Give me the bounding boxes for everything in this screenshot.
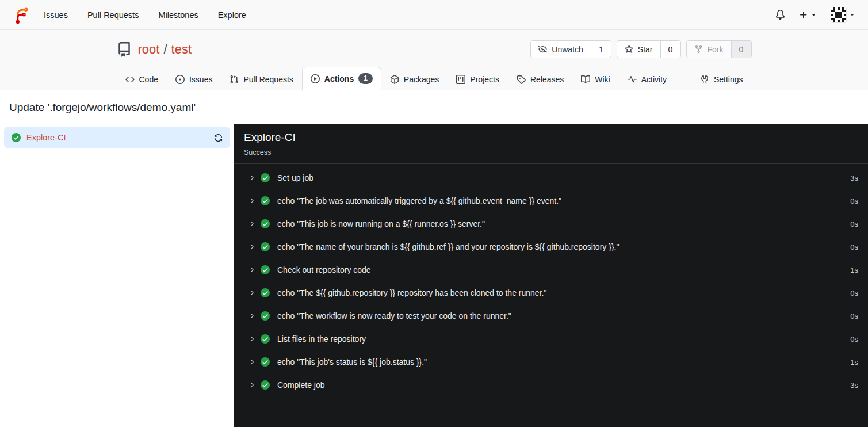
fork-button-group: Fork 0: [686, 40, 752, 58]
star-icon: [625, 45, 633, 54]
unwatch-button[interactable]: Unwatch: [531, 41, 590, 58]
tab-label: Releases: [530, 75, 564, 84]
tab-pull-requests[interactable]: Pull Requests: [221, 68, 301, 90]
step-row[interactable]: echo "The workflow is now ready to test …: [234, 304, 868, 327]
step-duration: 3s: [850, 381, 858, 390]
tab-settings[interactable]: Settings: [691, 68, 752, 90]
chevron-right-icon[interactable]: [248, 220, 255, 227]
navbar-item-pull-requests[interactable]: Pull Requests: [87, 10, 139, 20]
tab-actions[interactable]: Actions 1: [302, 67, 381, 90]
step-name: echo "The name of your branch is ${{ git…: [277, 242, 619, 251]
step-name: echo "This job is now running on a ${{ r…: [277, 219, 485, 228]
stars-count[interactable]: 0: [660, 41, 680, 58]
repo-breadcrumb: root / test: [138, 42, 192, 57]
forgejo-logo-icon[interactable]: [13, 6, 30, 24]
tab-releases[interactable]: Releases: [508, 68, 572, 90]
star-label: Star: [638, 45, 653, 54]
tab-projects[interactable]: Projects: [448, 68, 508, 90]
tab-code[interactable]: Code: [117, 68, 167, 90]
rerun-job-icon[interactable]: [214, 134, 223, 142]
tab-issues[interactable]: Issues: [167, 68, 221, 90]
step-name: echo "The workflow is now ready to test …: [277, 311, 511, 321]
step-name: echo "The job was automatically triggere…: [277, 196, 561, 205]
fork-button: Fork: [687, 41, 731, 58]
success-check-icon: [261, 288, 270, 297]
navbar-item-explore[interactable]: Explore: [218, 10, 246, 20]
success-check-icon: [12, 133, 21, 142]
actions-count-badge: 1: [358, 73, 373, 84]
tab-label: Actions: [324, 74, 354, 83]
step-row[interactable]: echo "This job's status is ${{ job.statu…: [234, 350, 868, 373]
chevron-right-icon[interactable]: [248, 197, 255, 204]
chevron-right-icon[interactable]: [248, 243, 255, 250]
step-row[interactable]: Check out repository code 1s: [234, 258, 868, 281]
chevron-down-icon: [849, 12, 855, 18]
unwatch-button-group: Unwatch 1: [530, 40, 611, 58]
avatar-identicon: [831, 7, 847, 23]
tab-label: Issues: [189, 75, 212, 84]
tab-label: Activity: [641, 75, 667, 84]
step-name: echo "The ${{ github.repository }} repos…: [277, 288, 546, 297]
step-row[interactable]: echo "The name of your branch is ${{ git…: [234, 235, 868, 258]
step-name: List files in the repository: [277, 334, 366, 344]
star-button[interactable]: Star: [617, 41, 660, 58]
success-check-icon: [261, 311, 270, 321]
chevron-right-icon[interactable]: [248, 358, 255, 365]
tag-icon: [517, 75, 526, 84]
step-duration: 0s: [850, 197, 858, 205]
job-status-text: Success: [244, 148, 858, 157]
top-navbar: Issues Pull Requests Milestones Explore: [0, 0, 868, 30]
step-row[interactable]: Set up job 3s: [234, 166, 868, 189]
step-row[interactable]: Complete job 3s: [234, 373, 868, 396]
watchers-count[interactable]: 1: [591, 41, 611, 58]
fork-label: Fork: [708, 45, 724, 54]
job-panel-header: Explore-CI Success: [234, 124, 868, 164]
chevron-right-icon[interactable]: [248, 335, 255, 342]
step-duration: 3s: [850, 174, 858, 182]
git-pull-request-icon: [230, 75, 239, 84]
step-name: Complete job: [277, 380, 325, 390]
step-duration: 0s: [850, 312, 858, 321]
tab-activity[interactable]: Activity: [619, 68, 675, 90]
chevron-right-icon[interactable]: [248, 289, 255, 296]
repo-owner-link[interactable]: root: [138, 42, 160, 57]
job-log-panel: Explore-CI Success Set up job 3s: [234, 124, 868, 427]
success-check-icon: [261, 265, 270, 274]
navbar-item-milestones[interactable]: Milestones: [158, 10, 198, 20]
eye-closed-icon: [538, 45, 547, 54]
navbar-item-issues[interactable]: Issues: [44, 10, 68, 20]
project-icon: [456, 75, 465, 84]
step-duration: 0s: [850, 243, 858, 251]
tools-icon: [700, 75, 709, 84]
chevron-right-icon[interactable]: [248, 174, 255, 181]
repository-icon: [117, 42, 132, 57]
tab-label: Wiki: [595, 75, 610, 84]
step-name: Set up job: [277, 173, 313, 182]
step-row[interactable]: echo "This job is now running on a ${{ r…: [234, 212, 868, 235]
step-duration: 1s: [850, 266, 858, 274]
chevron-right-icon[interactable]: [248, 266, 255, 273]
step-row[interactable]: List files in the repository 0s: [234, 327, 868, 350]
success-check-icon: [261, 219, 270, 228]
step-name: Check out repository code: [277, 265, 371, 274]
navbar-links: Issues Pull Requests Milestones Explore: [44, 10, 246, 20]
step-row[interactable]: echo "The job was automatically triggere…: [234, 189, 868, 212]
job-item-explore-ci[interactable]: Explore-CI: [4, 127, 230, 148]
success-check-icon: [261, 334, 270, 344]
notifications-bell-icon[interactable]: [775, 10, 785, 20]
chevron-right-icon[interactable]: [248, 312, 255, 319]
user-menu-button[interactable]: [831, 7, 855, 23]
tab-wiki[interactable]: Wiki: [572, 68, 618, 90]
tab-label: Projects: [470, 75, 499, 84]
code-icon: [125, 75, 135, 84]
chevron-right-icon[interactable]: [248, 382, 255, 388]
repo-name-link[interactable]: test: [171, 42, 192, 57]
step-row[interactable]: echo "The ${{ github.repository }} repos…: [234, 281, 868, 304]
issue-opened-icon: [175, 75, 185, 84]
steps-list: Set up job 3s echo "The job was automati…: [234, 164, 868, 396]
tab-label: Packages: [404, 75, 439, 84]
tab-packages[interactable]: Packages: [381, 68, 448, 90]
create-new-menu-button[interactable]: [799, 10, 817, 20]
tab-label: Pull Requests: [243, 75, 293, 84]
repo-header: root / test Unwatch 1 Star 0: [0, 30, 868, 90]
